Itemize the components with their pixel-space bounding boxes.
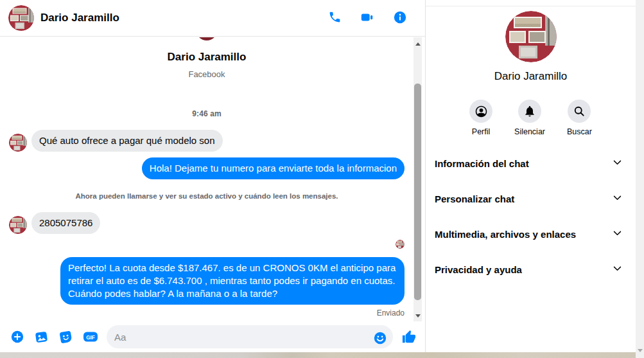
message-list[interactable]: Dario Jaramillo Facebook 9:46 am Qué aut… [0, 37, 413, 324]
incoming-message-bubble[interactable]: Qué auto ofrece a pagar qué modelo son [31, 130, 223, 152]
chat-header: Dario Jaramillo [0, 0, 425, 37]
chevron-down-icon [612, 192, 623, 205]
video-call-button[interactable] [359, 9, 376, 28]
system-message: Ahora pueden llamarse y ver su estado ac… [0, 192, 413, 200]
conversation-details-sidebar: Dario Jaramillo Perfil Silenciar [425, 0, 636, 352]
intro-contact-name: Dario Jaramillo [168, 51, 247, 64]
gif-button[interactable]: GIF [82, 328, 100, 346]
attach-image-button[interactable] [33, 328, 50, 346]
phone-icon [328, 10, 342, 26]
sidebar-contact-avatar[interactable] [505, 11, 557, 62]
sender-avatar[interactable] [9, 134, 27, 152]
sidebar-contact-name: Dario Jaramillo [494, 70, 567, 83]
bell-icon [518, 100, 541, 123]
sticker-button[interactable] [57, 328, 74, 346]
message-composer: GIF [0, 323, 425, 351]
section-customize-chat[interactable]: Personalizar chat [426, 186, 636, 211]
contact-avatar[interactable] [8, 5, 34, 31]
seen-indicator-row [0, 240, 413, 249]
intro-source-label: Facebook [188, 69, 225, 79]
message-timestamp: 9:46 am [0, 109, 413, 118]
profile-icon [469, 100, 492, 123]
search-icon [568, 100, 591, 123]
thumbs-up-icon [401, 330, 416, 345]
section-privacy-help[interactable]: Privacidad y ayuda [426, 256, 636, 282]
sticker-icon [58, 330, 73, 345]
scroll-up-arrow-icon[interactable] [413, 40, 422, 48]
chevron-down-icon [612, 263, 623, 276]
voice-call-button[interactable] [327, 9, 343, 27]
outgoing-message-bubble[interactable]: Hola! Dejame tu numero para enviarte tod… [142, 157, 405, 179]
chat-header-actions [327, 9, 408, 28]
message-row: Hola! Dejame tu numero para enviarte tod… [0, 157, 413, 179]
background-page-strip [0, 352, 636, 358]
section-chat-info[interactable]: Información del chat [426, 150, 636, 176]
delivery-status-row: Enviado [0, 309, 413, 318]
message-row: Perfecto! La cuota desde $187.467. es de… [0, 257, 413, 305]
chat-contact-name: Dario Jaramillo [40, 12, 119, 24]
chat-panel: Dario Jaramillo [0, 0, 425, 352]
messenger-window: Dario Jaramillo [0, 0, 644, 358]
svg-text:GIF: GIF [86, 335, 95, 341]
message-row: Qué auto ofrece a pagar qué modelo son [0, 130, 413, 152]
scroll-down-arrow-icon[interactable] [413, 312, 422, 320]
info-icon [393, 10, 407, 26]
sidebar-sections: Información del chat Personalizar chat M… [426, 150, 636, 282]
conversation-intro: Dario Jaramillo Facebook [0, 37, 413, 79]
page-scroll-down-arrow-icon[interactable] [636, 346, 644, 355]
outgoing-message-bubble[interactable]: Perfecto! La cuota desde $187.467. es de… [60, 257, 405, 305]
conversation-info-button[interactable] [392, 9, 408, 28]
message-input-container[interactable] [107, 325, 393, 348]
incoming-message-bubble[interactable]: 2805075786 [31, 212, 100, 234]
gif-icon: GIF [83, 329, 98, 345]
message-input[interactable] [114, 332, 369, 343]
page-scrollbar[interactable] [636, 0, 644, 358]
profile-action-label: Perfil [472, 127, 490, 136]
send-like-button[interactable] [400, 328, 417, 346]
open-more-actions-button[interactable] [9, 328, 26, 345]
chat-scrollbar-thumb[interactable] [414, 84, 421, 300]
emoji-icon [373, 331, 387, 345]
sidebar-quick-actions: Perfil Silenciar Buscar [469, 100, 592, 136]
chevron-down-icon [612, 157, 623, 170]
mute-action-label: Silenciar [514, 127, 545, 136]
video-camera-icon [360, 10, 374, 26]
image-icon [34, 330, 49, 345]
plus-icon [10, 330, 24, 344]
sender-avatar[interactable] [9, 216, 27, 234]
profile-action-button[interactable]: Perfil [469, 100, 492, 136]
search-action-button[interactable]: Buscar [567, 100, 592, 136]
intro-avatar [196, 37, 218, 40]
choose-emoji-button[interactable] [372, 330, 388, 346]
sent-status-label: Enviado [377, 309, 405, 318]
section-media-files-links[interactable]: Multimedia, archivos y enlaces [426, 221, 636, 247]
message-row: 2805075786 [0, 212, 413, 234]
seen-indicator-avatar [396, 240, 405, 249]
search-action-label: Buscar [567, 127, 592, 136]
chat-scrollbar[interactable] [413, 37, 422, 321]
mute-action-button[interactable]: Silenciar [514, 100, 545, 136]
chevron-down-icon [612, 228, 623, 240]
